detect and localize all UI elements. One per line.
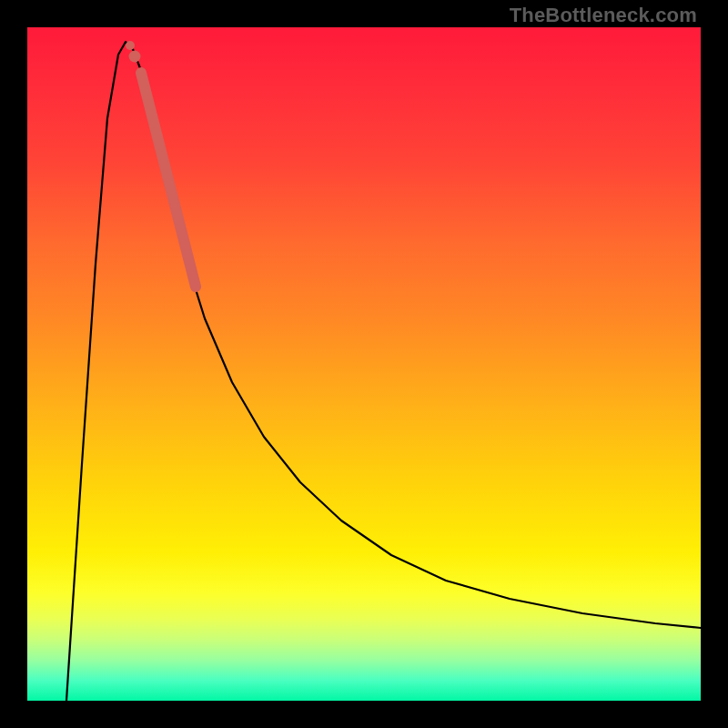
plot-area (27, 27, 701, 701)
watermark-text: TheBottleneck.com (510, 4, 697, 27)
emphasis-dot (126, 41, 135, 50)
curve-svg (27, 27, 701, 701)
emphasis-segment (141, 73, 196, 287)
chart-frame: TheBottleneck.com (0, 0, 728, 728)
emphasis-dot (129, 51, 141, 63)
